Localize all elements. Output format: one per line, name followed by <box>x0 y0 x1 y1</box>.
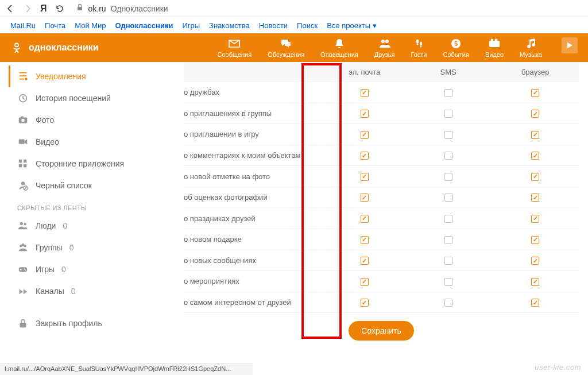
svg-point-32 <box>25 269 26 270</box>
checkbox-email[interactable] <box>361 194 369 202</box>
videocam-icon <box>17 136 29 148</box>
row-label: о новых сообщениях <box>184 250 324 271</box>
nav-bell[interactable]: Оповещения <box>320 37 358 58</box>
sidebar-item-lock[interactable]: Закрыть профиль <box>10 312 161 334</box>
sidebar-item-camera[interactable]: Фото <box>10 109 161 131</box>
svg-text:5: 5 <box>454 40 458 47</box>
sidebar-item-apps[interactable]: Сторонние приложения <box>10 153 161 175</box>
topnav-link[interactable]: Новости <box>259 21 288 30</box>
groups-icon <box>17 242 29 253</box>
nav-steps[interactable]: Гости <box>411 37 427 58</box>
checkbox-email[interactable] <box>361 131 369 139</box>
sidebar-item-blacklist[interactable]: Черный список <box>10 175 161 196</box>
topnav-link[interactable]: Почта <box>45 21 65 30</box>
checkbox-browser[interactable] <box>531 299 539 307</box>
nav-mail[interactable]: Сообщения <box>217 37 252 58</box>
forward-button[interactable] <box>23 4 32 13</box>
checkbox-browser[interactable] <box>531 110 539 118</box>
checkbox-email[interactable] <box>361 152 369 160</box>
checkbox-email[interactable] <box>361 110 369 118</box>
play-button[interactable] <box>562 37 578 53</box>
nav-music[interactable]: Музыка <box>520 37 542 58</box>
checkbox-email[interactable] <box>361 236 369 244</box>
checkbox-sms[interactable] <box>444 173 452 181</box>
chat-icon <box>280 37 292 50</box>
checkbox-sms[interactable] <box>444 89 452 97</box>
col-header-email: эл. почта <box>324 62 405 82</box>
checkbox-browser[interactable] <box>531 215 539 223</box>
checkbox-email[interactable] <box>361 89 369 97</box>
back-button[interactable] <box>6 4 15 13</box>
checkbox-sms[interactable] <box>444 278 452 286</box>
topnav-link[interactable]: Одноклассники <box>115 21 173 30</box>
yandex-button[interactable]: Я <box>40 3 47 14</box>
ok-logo-icon <box>10 41 23 54</box>
music-icon <box>525 37 537 50</box>
brand[interactable]: одноклассники <box>10 41 99 54</box>
checkbox-browser[interactable] <box>531 278 539 286</box>
sidebar-item-groups[interactable]: Группы 0 <box>10 237 161 258</box>
checkbox-sms[interactable] <box>444 236 452 244</box>
sidebar-item-people[interactable]: Люди 0 <box>10 215 161 237</box>
svg-rect-22 <box>24 164 26 167</box>
nav-video[interactable]: Видео <box>485 37 504 58</box>
checkbox-email[interactable] <box>361 299 369 307</box>
nav-friends[interactable]: Друзья <box>374 37 395 58</box>
browser-toolbar: Я ok.ru Одноклассники <box>0 0 588 17</box>
topnav-link[interactable]: Знакомства <box>209 21 250 30</box>
topnav-link[interactable]: Mail.Ru <box>10 21 36 30</box>
reload-button[interactable] <box>55 4 64 13</box>
sidebar-item-games[interactable]: Игры 0 <box>10 258 161 280</box>
nav-chat[interactable]: Обсуждения <box>268 37 304 58</box>
row-label: о дружбах <box>184 82 324 103</box>
lock-icon <box>17 318 29 329</box>
svg-point-11 <box>491 39 494 42</box>
sidebar-item-label: Черный список <box>36 181 92 190</box>
topnav-link[interactable]: Все проекты ▾ <box>327 21 377 30</box>
table-row: о комментариях к моим объектам <box>184 145 579 166</box>
address-bar[interactable]: ok.ru Одноклассники <box>76 3 168 13</box>
topnav-link[interactable]: Мой Мир <box>75 21 106 30</box>
svg-point-5 <box>419 42 421 45</box>
checkbox-browser[interactable] <box>531 131 539 139</box>
checkbox-email[interactable] <box>361 173 369 181</box>
save-button[interactable]: Сохранить <box>349 321 414 341</box>
bell-icon <box>333 37 346 50</box>
topnav-link[interactable]: Игры <box>182 21 200 30</box>
sidebar-item-videocam[interactable]: Видео <box>10 131 161 153</box>
blacklist-icon <box>17 180 29 191</box>
checkbox-sms[interactable] <box>444 110 452 118</box>
checkbox-sms[interactable] <box>444 299 452 307</box>
svg-rect-10 <box>489 41 500 47</box>
sidebar-item-history[interactable]: История посещений <box>10 87 161 109</box>
checkbox-sms[interactable] <box>444 215 452 223</box>
checkbox-sms[interactable] <box>444 131 452 139</box>
sidebar-item-label: Фото <box>36 115 54 125</box>
svg-point-23 <box>21 181 25 185</box>
svg-rect-19 <box>19 160 22 163</box>
checkbox-sms[interactable] <box>444 194 452 202</box>
checkbox-browser[interactable] <box>531 89 539 97</box>
watermark: user-life.com <box>535 363 581 372</box>
history-icon <box>17 92 29 104</box>
checkbox-browser[interactable] <box>531 173 539 181</box>
nav-events[interactable]: 5События <box>443 37 469 58</box>
sidebar-item-label: Каналы <box>36 287 64 296</box>
checkbox-browser[interactable] <box>531 152 539 160</box>
checkbox-email[interactable] <box>361 278 369 286</box>
sidebar-item-count: 0 <box>61 265 66 274</box>
apps-icon <box>17 158 29 169</box>
brand-text: одноклассники <box>29 42 99 53</box>
checkbox-browser[interactable] <box>531 194 539 202</box>
checkbox-browser[interactable] <box>531 236 539 244</box>
checkbox-sms[interactable] <box>444 257 452 265</box>
main-navbar: одноклассники СообщенияОбсужденияОповеще… <box>0 33 588 62</box>
checkbox-browser[interactable] <box>531 257 539 265</box>
row-label: об оценках фотографий <box>184 187 324 208</box>
sidebar-item-channels[interactable]: Каналы 0 <box>10 280 161 302</box>
checkbox-sms[interactable] <box>444 152 452 160</box>
topnav-link[interactable]: Поиск <box>297 21 318 30</box>
sidebar-item-notify[interactable]: Уведомления <box>9 65 161 87</box>
checkbox-email[interactable] <box>361 215 369 223</box>
checkbox-email[interactable] <box>361 257 369 265</box>
